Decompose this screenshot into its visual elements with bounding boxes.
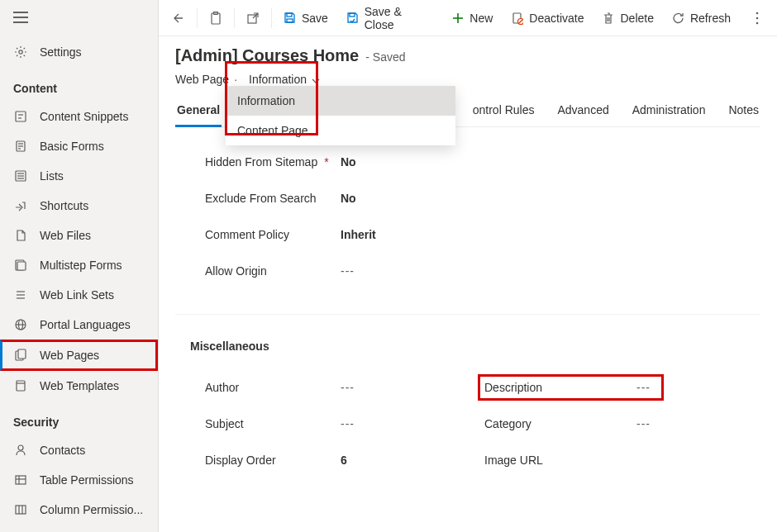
- new-label: New: [470, 12, 493, 25]
- sidebar-item-content-snippets[interactable]: Content Snippets: [0, 102, 158, 131]
- svg-rect-4: [16, 112, 26, 121]
- tab-general[interactable]: General: [175, 95, 222, 127]
- svg-rect-25: [17, 381, 25, 391]
- svg-rect-31: [16, 506, 26, 514]
- sidebar-item-label: Web Files: [40, 229, 91, 242]
- snippet-icon: [13, 109, 28, 124]
- back-button[interactable]: [164, 7, 193, 30]
- dropdown-item-content-page[interactable]: Content Page: [226, 116, 455, 145]
- sidebar-item-lists[interactable]: Lists: [0, 161, 158, 191]
- field-label: Exclude From Search: [205, 192, 341, 205]
- save-close-button[interactable]: Save & Close: [338, 0, 441, 36]
- svg-point-47: [756, 12, 759, 14]
- overflow-button[interactable]: [742, 7, 772, 30]
- save-label: Save: [302, 12, 328, 25]
- sidebar-item-column-permissions[interactable]: Column Permissio...: [0, 495, 158, 525]
- form-dropdown: Information Content Page: [226, 86, 455, 145]
- dropdown-item-information[interactable]: Information: [226, 86, 455, 116]
- field-value: ---: [341, 417, 355, 430]
- sidebar-item-basic-forms[interactable]: Basic Forms: [0, 131, 158, 161]
- multistep-icon: [13, 258, 28, 273]
- new-button[interactable]: New: [443, 7, 501, 30]
- sidebar-item-web-link-sets[interactable]: Web Link Sets: [0, 280, 158, 310]
- form-icon: [13, 139, 28, 154]
- sidebar-item-label: Portal Languages: [40, 318, 131, 331]
- open-icon: [246, 12, 260, 25]
- entity-label: Web Page: [175, 73, 229, 86]
- field-author[interactable]: Author ---: [205, 369, 451, 406]
- svg-point-48: [756, 17, 759, 19]
- field-label: Author: [205, 381, 341, 394]
- sidebar-item-multistep-forms[interactable]: Multistep Forms: [0, 250, 158, 280]
- open-button[interactable]: [238, 7, 268, 30]
- section-header-security: Security: [0, 401, 158, 435]
- more-vertical-icon: [751, 12, 764, 25]
- deactivate-button[interactable]: Deactivate: [503, 7, 592, 30]
- gear-icon: [13, 45, 28, 59]
- person-icon: [13, 443, 28, 458]
- sidebar-item-table-permissions[interactable]: Table Permissions: [0, 465, 158, 495]
- svg-point-49: [756, 21, 759, 24]
- field-value: 6: [341, 454, 347, 467]
- svg-rect-38: [287, 19, 293, 22]
- field-hidden-from-sitemap[interactable]: Hidden From Sitemap* No: [205, 144, 731, 180]
- delete-button[interactable]: Delete: [593, 7, 661, 30]
- deactivate-label: Deactivate: [529, 12, 584, 25]
- sidebar-item-settings[interactable]: Settings: [0, 37, 158, 67]
- field-allow-origin[interactable]: Allow Origin ---: [205, 253, 731, 289]
- field-label: Allow Origin: [205, 264, 341, 278]
- field-value: ---: [341, 264, 355, 278]
- tab-notes[interactable]: Notes: [727, 95, 760, 126]
- field-value: ---: [636, 381, 651, 394]
- sidebar-item-label: Settings: [40, 45, 82, 59]
- tab-administration[interactable]: Administration: [631, 95, 708, 126]
- sidebar-item-label: Multistep Forms: [40, 259, 122, 272]
- field-image-url[interactable]: Image URL: [484, 442, 731, 478]
- section-misc-title: Miscellaneous: [175, 340, 760, 353]
- sidebar-item-label: Shortcuts: [40, 199, 88, 212]
- save-button[interactable]: Save: [275, 7, 336, 30]
- sidebar-item-web-templates[interactable]: Web Templates: [0, 371, 158, 401]
- field-label: Comment Policy: [205, 228, 341, 241]
- sidebar-item-label: Web Link Sets: [40, 288, 114, 302]
- file-icon: [13, 228, 28, 243]
- sidebar: Settings Content Content Snippets Basic …: [0, 0, 159, 532]
- field-display-order[interactable]: Display Order 6: [205, 442, 451, 478]
- column-perm-icon: [13, 502, 28, 517]
- svg-point-3: [19, 50, 22, 54]
- svg-rect-39: [350, 13, 355, 17]
- refresh-button[interactable]: Refresh: [664, 7, 739, 30]
- svg-point-27: [18, 445, 23, 450]
- sidebar-item-label: Table Permissions: [40, 473, 134, 487]
- field-category[interactable]: Category ---: [484, 406, 731, 442]
- sidebar-item-web-pages[interactable]: Web Pages: [0, 340, 158, 371]
- sidebar-item-shortcuts[interactable]: Shortcuts: [0, 191, 158, 221]
- sidebar-item-label: Content Snippets: [40, 110, 128, 123]
- save-icon: [284, 12, 297, 25]
- sidebar-item-web-files[interactable]: Web Files: [0, 221, 158, 250]
- sidebar-item-label: Contacts: [40, 444, 85, 457]
- field-value: ---: [341, 381, 355, 394]
- field-comment-policy[interactable]: Comment Policy Inherit: [205, 216, 731, 253]
- field-label: Category: [484, 417, 620, 430]
- tab-control-rules[interactable]: ontrol Rules: [471, 95, 536, 126]
- linkset-icon: [13, 287, 28, 302]
- clipboard-button[interactable]: [201, 7, 231, 30]
- field-exclude-from-search[interactable]: Exclude From Search No: [205, 180, 731, 216]
- hamburger-button[interactable]: [0, 0, 158, 37]
- template-icon: [13, 378, 28, 393]
- trash-icon: [602, 12, 615, 25]
- separator: [197, 8, 198, 28]
- svg-rect-28: [16, 476, 26, 484]
- clipboard-icon: [209, 12, 222, 25]
- toolbar: Save Save & Close New Deactivate Delete …: [159, 0, 777, 36]
- field-description[interactable]: Description ---: [484, 369, 731, 406]
- sidebar-item-contacts[interactable]: Contacts: [0, 435, 158, 465]
- field-subject[interactable]: Subject ---: [205, 406, 451, 442]
- field-label: Image URL: [484, 454, 620, 467]
- shortcut-icon: [13, 198, 28, 213]
- refresh-icon: [672, 12, 685, 25]
- sidebar-item-portal-languages[interactable]: Portal Languages: [0, 310, 158, 340]
- tab-advanced[interactable]: Advanced: [555, 95, 610, 126]
- plus-icon: [451, 12, 465, 25]
